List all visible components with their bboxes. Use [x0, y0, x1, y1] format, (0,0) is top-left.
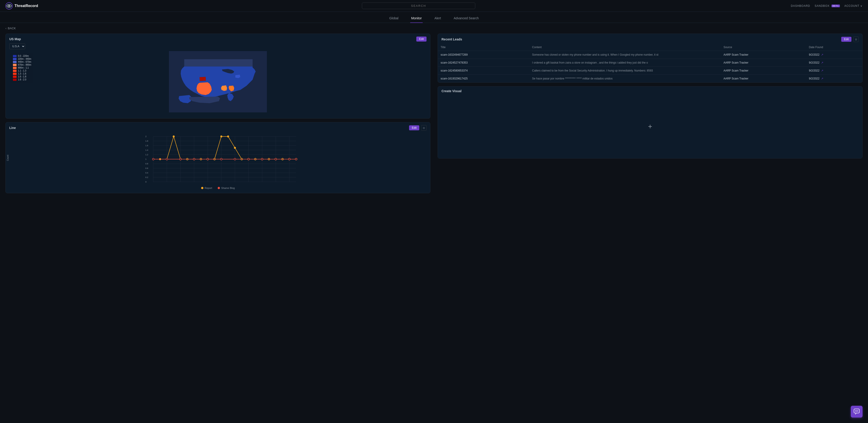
report-label: Report — [205, 187, 212, 189]
report-dot — [201, 187, 204, 189]
tab-alert[interactable]: Alert — [434, 15, 442, 23]
external-link-icon[interactable]: ↗ — [821, 53, 823, 56]
external-link-icon[interactable]: ↗ — [821, 61, 823, 64]
row-title: scam-1632494677269 — [438, 51, 529, 59]
line-chart-svg: 2 1.8 1.6 1.4 1.2 1 0.8 0.6 0.4 0.2 0 — [16, 134, 427, 184]
svg-point-62 — [166, 158, 168, 160]
sandbox-badge: BETA — [832, 4, 840, 7]
chart-edit-button[interactable]: Edit — [409, 125, 419, 130]
leads-table: Title Content Source Date Found scam-163… — [438, 44, 862, 82]
header: ThreatRecord DASHBOARD SANDBOX BETA ACCO… — [0, 0, 868, 12]
leads-panel-title: Recent Leads — [441, 37, 462, 41]
create-visual-panel: Create Visual + — [438, 86, 863, 159]
chart-panel-header: Line Edit ⊡ — [6, 122, 430, 132]
logo-icon — [5, 2, 13, 9]
chat-fab-button[interactable] — [851, 406, 863, 418]
row-source: AARP Scam Tracker — [721, 59, 806, 67]
col-title: Title — [438, 44, 529, 51]
us-map-svg — [9, 51, 427, 112]
tab-global[interactable]: Global — [389, 15, 399, 23]
map-section: U.S.A 0.0 - 220m 220m - 440m 440m - 670m… — [6, 44, 430, 118]
map-legend: 0.0 - 220m 220m - 440m 440m - 670m 670m … — [11, 53, 33, 83]
leads-panel-header: Recent Leads Edit ⊡ — [438, 34, 862, 44]
add-visual-icon[interactable]: + — [648, 122, 652, 131]
line-chart-area: Count — [6, 132, 430, 193]
leads-table-body: scam-1632494677269 Someone has cloned or… — [438, 51, 862, 83]
leads-expand-icon[interactable]: ⊡ — [853, 36, 859, 42]
svg-point-64 — [193, 158, 195, 160]
logo-text: ThreatRecord — [14, 4, 38, 8]
right-column: Recent Leads Edit ⊡ Title Content Source… — [434, 34, 863, 197]
tab-advanced-search[interactable]: Advanced Search — [453, 15, 480, 23]
svg-point-70 — [275, 158, 277, 160]
legend-shame-blog: Shame Blog — [218, 187, 235, 189]
leads-table-header: Title Content Source Date Found — [438, 44, 862, 51]
svg-text:1: 1 — [145, 158, 147, 160]
create-visual-area[interactable]: + — [438, 95, 862, 158]
map-panel-controls: Edit — [416, 36, 427, 41]
external-link-icon[interactable]: ↗ — [821, 77, 823, 80]
shame-blog-dot — [218, 187, 220, 189]
left-column: US Map Edit U.S.A 0.0 - 220m 220m - 440m… — [5, 34, 434, 197]
back-label: BACK — [8, 27, 16, 30]
legend-report: Report — [201, 187, 212, 189]
search-container — [46, 2, 791, 9]
nav-sandbox[interactable]: SANDBOX BETA — [815, 4, 840, 7]
leads-edit-button[interactable]: Edit — [841, 37, 851, 42]
shame-blog-label: Shame Blog — [221, 187, 235, 189]
chart-panel-title: Line — [9, 126, 16, 130]
country-select[interactable]: U.S.A — [9, 44, 25, 49]
svg-text:0.8: 0.8 — [145, 163, 148, 165]
col-source: Source — [721, 44, 806, 51]
tab-monitor[interactable]: Monitor — [410, 15, 423, 23]
svg-text:0: 0 — [145, 181, 147, 183]
svg-text:0.2: 0.2 — [145, 176, 148, 178]
row-title: scam-1624580653374 — [438, 67, 529, 75]
row-title: scam-1619329617425 — [438, 75, 529, 83]
back-chevron-icon: ‹ — [5, 27, 6, 30]
row-date: 9/2/2022 ↗ — [806, 59, 862, 67]
nav-tabs: Global Monitor Alert Advanced Search — [0, 12, 868, 23]
svg-point-65 — [207, 158, 209, 160]
y-axis-label: Count — [7, 154, 9, 161]
main-content: US Map Edit U.S.A 0.0 - 220m 220m - 440m… — [0, 34, 868, 202]
line-chart-panel: Line Edit ⊡ Count — [5, 122, 430, 193]
svg-text:0.4: 0.4 — [145, 172, 148, 174]
row-content: Callers claimed to be from the Social Se… — [529, 67, 721, 75]
back-button[interactable]: ‹ BACK — [0, 23, 21, 34]
chart-panel-controls: Edit ⊡ — [409, 125, 427, 131]
table-row: scam-1619329617425 Se hace pasar por nom… — [438, 75, 862, 83]
logo: ThreatRecord — [5, 2, 46, 9]
row-source: AARP Scam Tracker — [721, 51, 806, 59]
svg-point-61 — [152, 158, 154, 160]
row-source: AARP Scam Tracker — [721, 67, 806, 75]
svg-point-67 — [234, 158, 236, 160]
svg-point-75 — [856, 411, 857, 412]
row-content: Someone has cloned or stolen my phone nu… — [529, 51, 721, 59]
table-row: scam-1624527478353 I ordered a gift bask… — [438, 59, 862, 67]
svg-point-51 — [234, 147, 236, 149]
table-row: scam-1624580653374 Callers claimed to be… — [438, 67, 862, 75]
col-content: Content — [529, 44, 721, 51]
col-date: Date Found — [806, 44, 862, 51]
map-edit-button[interactable]: Edit — [416, 36, 427, 41]
create-visual-header: Create Visual — [438, 86, 862, 95]
external-link-icon[interactable]: ↗ — [821, 69, 823, 72]
row-date: 9/2/2022 ↗ — [806, 51, 862, 59]
map-panel-header: US Map Edit — [6, 34, 430, 44]
search-input[interactable] — [362, 2, 475, 9]
svg-text:1.2: 1.2 — [145, 153, 148, 156]
recent-leads-panel: Recent Leads Edit ⊡ Title Content Source… — [438, 34, 863, 83]
nav-account[interactable]: ACCOUNT ∨ — [844, 4, 863, 7]
chart-legend: Report Shame Blog — [9, 187, 427, 189]
svg-point-63 — [180, 158, 181, 160]
chart-expand-icon[interactable]: ⊡ — [421, 125, 427, 131]
svg-point-2 — [8, 5, 10, 7]
svg-text:1.4: 1.4 — [145, 149, 148, 151]
svg-point-74 — [855, 411, 856, 412]
nav-dashboard[interactable]: DASHBOARD — [791, 4, 810, 7]
row-source: AARP Scam Tracker — [721, 75, 806, 83]
svg-point-72 — [295, 158, 297, 160]
svg-point-69 — [261, 158, 263, 160]
svg-point-50 — [227, 136, 229, 137]
